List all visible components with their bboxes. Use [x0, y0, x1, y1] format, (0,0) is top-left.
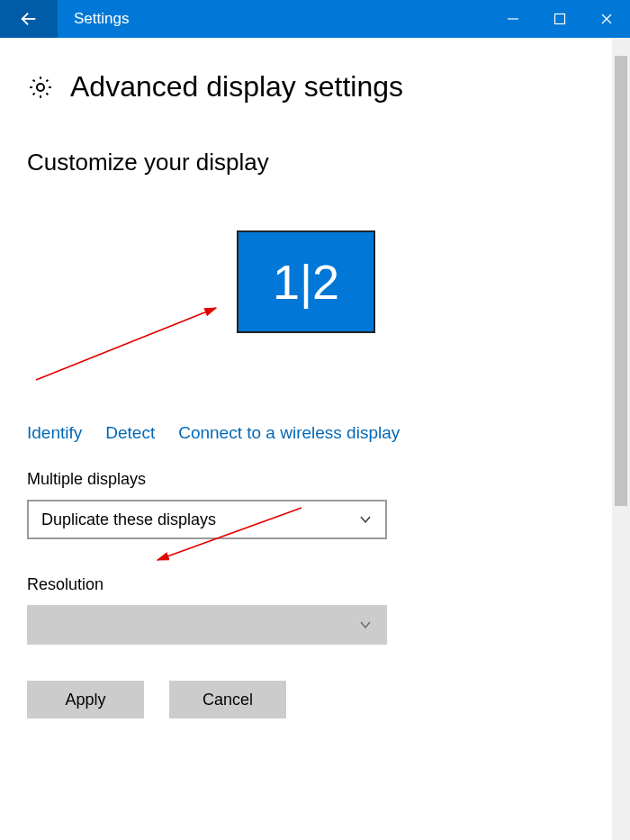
wireless-display-link[interactable]: Connect to a wireless display: [178, 423, 400, 443]
multiple-displays-value: Duplicate these displays: [41, 510, 216, 529]
svg-rect-2: [555, 14, 565, 24]
section-title: Customize your display: [27, 149, 585, 176]
resolution-dropdown[interactable]: [27, 605, 387, 645]
display-preview-label: 1|2: [273, 254, 339, 310]
scrollbar-thumb[interactable]: [615, 56, 627, 506]
window-title: Settings: [58, 0, 129, 38]
back-button[interactable]: [0, 0, 58, 38]
minimize-icon: [507, 13, 519, 25]
gear-icon: [27, 74, 54, 101]
minimize-button[interactable]: [490, 0, 536, 38]
resolution-label: Resolution: [27, 575, 585, 594]
maximize-button[interactable]: [536, 0, 583, 38]
apply-button[interactable]: Apply: [27, 681, 144, 718]
maximize-icon: [554, 13, 566, 25]
content-area: Advanced display settings Customize your…: [0, 38, 612, 840]
detect-link[interactable]: Detect: [105, 423, 155, 443]
chevron-down-icon: [358, 618, 373, 632]
close-icon: [600, 13, 613, 25]
chevron-down-icon: [358, 512, 373, 527]
title-bar: Settings: [0, 0, 630, 38]
vertical-scrollbar[interactable]: [612, 38, 630, 840]
page-title: Advanced display settings: [70, 70, 403, 104]
multiple-displays-label: Multiple displays: [27, 470, 585, 489]
svg-point-5: [37, 84, 44, 91]
identify-link[interactable]: Identify: [27, 423, 82, 443]
display-preview[interactable]: 1|2: [237, 230, 375, 333]
multiple-displays-dropdown[interactable]: Duplicate these displays: [27, 500, 387, 539]
close-button[interactable]: [583, 0, 630, 38]
cancel-button[interactable]: Cancel: [169, 681, 286, 718]
arrow-left-icon: [19, 9, 39, 29]
